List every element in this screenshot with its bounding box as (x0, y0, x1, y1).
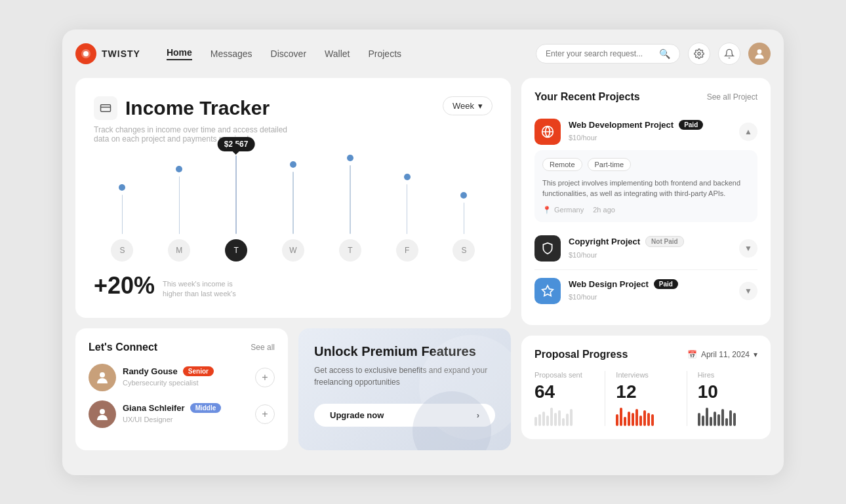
project-info-webdev: Web Development Project Paid $10/hour (569, 120, 731, 143)
person-role-randy: Cybersecurity specialist (123, 379, 199, 387)
notifications-button[interactable] (718, 43, 740, 65)
connect-title: Let's Connect (89, 341, 157, 353)
percent-value: +20% (94, 272, 155, 300)
day-label-s1: S (111, 239, 133, 262)
week-selector-button[interactable]: Week ▾ (443, 96, 493, 115)
chevron-down-icon-proposal: ▾ (754, 350, 757, 359)
project-logo-webdesign (534, 278, 561, 304)
nav-messages[interactable]: Messages (211, 48, 252, 59)
mini-bar (632, 413, 634, 426)
mini-bar (706, 408, 708, 426)
mini-bar (725, 418, 728, 426)
mini-bar (643, 410, 646, 426)
mini-bar (620, 408, 622, 426)
chart-bar-saturday: S (453, 142, 475, 262)
search-icon: 🔍 (659, 48, 670, 59)
left-column: Income Tracker Week ▾ Track changes in i… (75, 78, 511, 450)
project-status-webdesign: Paid (654, 279, 678, 289)
project-description-webdev: This project involves implementing both … (542, 178, 750, 199)
svg-marker-9 (542, 285, 554, 296)
mini-bar (550, 408, 553, 426)
settings-button[interactable] (688, 43, 710, 65)
mini-bar (729, 410, 732, 426)
mini-bar (546, 416, 549, 426)
connect-person-2: Giana Schleifer Middle UX/UI Designer + (89, 400, 275, 428)
nav-home[interactable]: Home (167, 47, 192, 60)
chart-bar-tuesday: $2,567 T (225, 142, 247, 262)
project-status-copyright: Not Paid (645, 236, 684, 247)
chart-bars: S M (94, 170, 493, 262)
connect-person-1: Randy Gouse Senior Cybersecurity special… (89, 364, 275, 391)
stat-label-proposals: Proposals sent (534, 371, 594, 379)
main-grid: Income Tracker Week ▾ Track changes in i… (75, 78, 771, 450)
day-label-t2: T (339, 239, 361, 262)
chart-bar-thursday: T (339, 142, 361, 262)
mini-bar (698, 413, 700, 426)
calendar-icon: 📅 (687, 350, 697, 359)
mini-bar (721, 409, 724, 426)
mini-bar (562, 418, 565, 426)
day-label-t1: T (225, 239, 247, 262)
nav-projects[interactable]: Projects (368, 48, 401, 59)
logo-area[interactable]: TWISTY (75, 43, 140, 64)
stat-value-hires: 10 (698, 381, 757, 402)
nav-discover[interactable]: Discover (271, 48, 306, 59)
proposal-title: Proposal Progress (534, 349, 628, 360)
income-subtitle: Track changes in income over time and ac… (94, 125, 304, 144)
search-input[interactable] (546, 49, 654, 58)
project-meta-webdev: 📍 Germany 2h ago (542, 206, 750, 214)
project-item-3[interactable]: Web Design Project Paid $10/hour ▼ (534, 270, 757, 312)
project-tag-remote: Remote (542, 158, 582, 171)
connect-header: Let's Connect See all (89, 341, 275, 353)
income-tracker-card: Income Tracker Week ▾ Track changes in i… (75, 78, 511, 318)
percent-description: This week's income is higher than last w… (163, 279, 241, 300)
add-randy-button[interactable]: + (255, 368, 275, 387)
day-label-w: W (282, 239, 304, 262)
mini-bar (639, 416, 642, 426)
income-header: Income Tracker Week ▾ (94, 96, 493, 120)
project-time-webdev: 2h ago (593, 206, 615, 214)
add-giana-button[interactable]: + (255, 404, 275, 424)
project-rate-webdesign: $10/hour (569, 293, 597, 301)
projects-see-all[interactable]: See all Project (707, 92, 757, 102)
navbar: TWISTY Home Messages Discover Wallet Pro… (75, 43, 771, 65)
search-bar[interactable]: 🔍 (536, 44, 680, 64)
svg-point-2 (698, 52, 700, 55)
mini-bar (647, 413, 650, 426)
project-expanded-webdev: Remote Part-time This project involves i… (534, 150, 757, 222)
project-location-webdev: 📍 Germany (542, 206, 584, 214)
chart-bar-friday: F (396, 142, 418, 262)
project-item-2[interactable]: Copyright Project Not Paid $10/hour ▼ (534, 227, 757, 270)
project-toggle-webdev[interactable]: ▲ (739, 123, 757, 141)
user-avatar[interactable] (748, 43, 771, 65)
person-avatar-giana (89, 400, 116, 428)
chevron-down-icon: ▾ (478, 101, 483, 111)
mini-bar (538, 414, 541, 426)
logo-icon (75, 43, 96, 64)
nav-right: 🔍 (536, 43, 771, 65)
chart-bar-monday: M (168, 142, 190, 262)
project-tags-webdev: Remote Part-time (542, 158, 750, 171)
logo-text: TWISTY (102, 48, 140, 59)
mini-bar (624, 417, 626, 426)
mini-bar (702, 416, 704, 426)
connect-see-all[interactable]: See all (251, 343, 275, 352)
app-container: TWISTY Home Messages Discover Wallet Pro… (62, 29, 784, 475)
income-icon (94, 96, 117, 120)
date-selector[interactable]: 📅 April 11, 2024 ▾ (687, 350, 757, 359)
project-rate-copyright: $10/hour (569, 251, 597, 259)
upgrade-label: Upgrade now (330, 410, 384, 420)
project-toggle-webdesign[interactable]: ▼ (739, 282, 757, 300)
bottom-row: Let's Connect See all Randy Gouse Senior (75, 328, 511, 450)
project-item-1[interactable]: Web Development Project Paid $10/hour ▲ … (534, 111, 757, 222)
stat-proposals-sent: Proposals sent 64 (534, 371, 605, 426)
svg-rect-4 (101, 104, 111, 111)
stat-interviews: Interviews 12 (605, 371, 687, 426)
project-toggle-copyright[interactable]: ▼ (739, 239, 757, 258)
stat-label-hires: Hires (698, 371, 757, 379)
project-logo-webdev (534, 119, 561, 145)
stat-hires: Hires 10 (687, 371, 757, 426)
projects-header: Your Recent Projects See all Project (534, 91, 757, 103)
person-avatar-randy (89, 364, 116, 391)
nav-wallet[interactable]: Wallet (325, 48, 350, 59)
